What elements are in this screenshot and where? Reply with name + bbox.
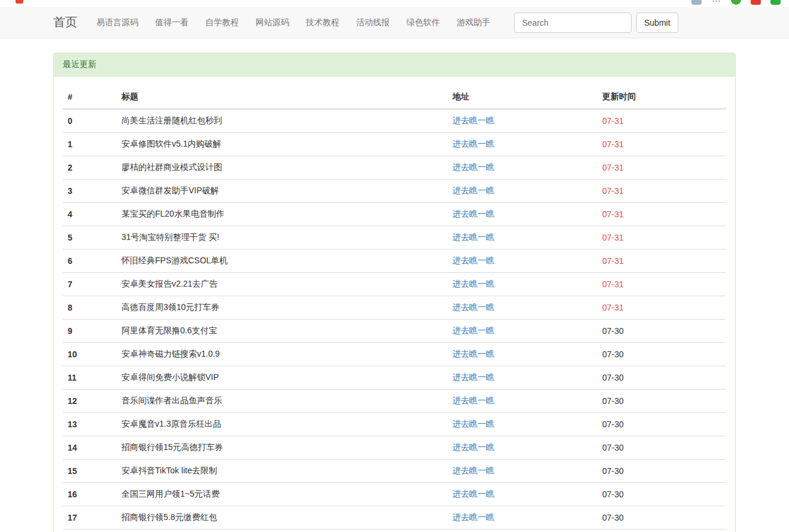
row-link-cell: 进去瞧一瞧 [448, 413, 597, 436]
row-link[interactable]: 进去瞧一瞧 [453, 209, 494, 218]
row-link[interactable]: 进去瞧一瞧 [453, 139, 494, 148]
row-index: 0 [63, 109, 117, 133]
submit-button[interactable]: Submit [636, 13, 678, 33]
table-row: 2 廖桔的社群商业模式设计图 进去瞧一瞧 07-31 [63, 156, 726, 180]
row-date: 07-31 [597, 296, 726, 320]
row-index: 14 [63, 436, 117, 460]
row-link-cell: 进去瞧一瞧 [448, 506, 597, 530]
row-link[interactable]: 进去瞧一瞧 [453, 302, 494, 312]
main-navbar: 首页 易语言源码值得一看自学教程网站源码技术教程活动线报绿色软件游戏助手 Sub… [0, 7, 789, 38]
row-link-cell: 进去瞧一瞧 [448, 226, 597, 250]
row-index: 7 [63, 273, 117, 296]
row-title: 招商银行领5.8元缴费红包 [117, 506, 448, 530]
row-link-cell: 进去瞧一瞧 [448, 343, 597, 366]
row-title: 安卓修图软件v5.1内购破解 [117, 133, 448, 156]
header-link: 地址 [448, 86, 597, 109]
table-row: 7 安卓美女报告v2.21去广告 进去瞧一瞧 07-31 [63, 273, 726, 296]
row-title: 阿里体育无限撸0.6支付宝 [117, 320, 448, 343]
row-title: 安卓得间免费小说解锁VIP [117, 366, 448, 390]
header-date: 更新时间 [597, 86, 726, 109]
row-link-cell: 进去瞧一瞧 [448, 109, 597, 133]
red-square-favicon [751, 0, 761, 5]
nav-item-0[interactable]: 易语言源码 [88, 17, 147, 28]
topbar-icons: … [691, 0, 781, 5]
row-index: 15 [63, 460, 117, 483]
row-link-cell: 进去瞧一瞧 [448, 203, 597, 226]
nav-item-5[interactable]: 活动线报 [348, 17, 398, 28]
row-title: 安卓美女报告v2.21去广告 [117, 273, 448, 296]
row-date: 07-31 [597, 180, 726, 203]
table-row: 5 31号淘宝特别整理干货 买! 进去瞧一瞧 07-31 [63, 226, 726, 250]
row-title: 招商银行领15元高德打车券 [117, 436, 448, 460]
row-link[interactable]: 进去瞧一瞧 [453, 349, 494, 358]
row-link[interactable]: 进去瞧一瞧 [453, 396, 494, 405]
row-index: 6 [63, 250, 117, 273]
row-link-cell: 进去瞧一瞧 [448, 273, 597, 296]
table-row: 8 高德百度周3领10元打车券 进去瞧一瞧 07-31 [63, 296, 726, 320]
table-row: 10 安卓神奇磁力链搜索v1.0.9 进去瞧一瞧 07-30 [63, 343, 726, 366]
recent-updates-panel: 最近更新 # 标题 地址 更新时间 0 尚美生活注册随机红包秒到 进去瞧一瞧 0… [53, 53, 736, 532]
row-link[interactable]: 进去瞧一瞧 [453, 115, 494, 125]
table-row: 18 批量修改MD5工具汉化版 进去瞧一瞧 07-30 [63, 530, 726, 532]
row-date: 07-30 [597, 390, 726, 413]
row-index: 12 [63, 390, 117, 413]
table-row: 1 安卓修图软件v5.1内购破解 进去瞧一瞧 07-31 [63, 133, 726, 156]
nav-brand-home[interactable]: 首页 [53, 14, 88, 31]
row-title: 批量修改MD5工具汉化版 [117, 530, 448, 532]
nav-item-7[interactable]: 游戏助手 [448, 17, 499, 28]
panel-title: 最近更新 [54, 53, 735, 77]
row-link[interactable]: 进去瞧一瞧 [453, 442, 494, 452]
table-row: 6 怀旧经典FPS游戏CSOL单机 进去瞧一瞧 07-31 [63, 250, 726, 273]
row-title: 31号淘宝特别整理干货 买! [117, 226, 448, 250]
row-link[interactable]: 进去瞧一瞧 [453, 512, 494, 522]
row-title: 廖桔的社群商业模式设计图 [117, 156, 448, 180]
row-title: 安卓魔音v1.3原音乐狂出品 [117, 413, 448, 436]
updates-table: # 标题 地址 更新时间 0 尚美生活注册随机红包秒到 进去瞧一瞧 07-31 … [63, 86, 726, 532]
row-link[interactable]: 进去瞧一瞧 [453, 419, 494, 428]
nav-item-1[interactable]: 值得一看 [147, 17, 197, 28]
row-link[interactable]: 进去瞧一瞧 [453, 232, 494, 242]
table-row: 13 安卓魔音v1.3原音乐狂出品 进去瞧一瞧 07-30 [63, 413, 726, 436]
row-link-cell: 进去瞧一瞧 [448, 483, 597, 506]
row-index: 8 [63, 296, 117, 320]
row-index: 16 [63, 483, 117, 506]
green-square-favicon [770, 0, 781, 5]
row-link-cell: 进去瞧一瞧 [448, 530, 597, 532]
table-header-row: # 标题 地址 更新时间 [63, 86, 726, 109]
row-link[interactable]: 进去瞧一瞧 [453, 186, 494, 195]
ellipsis-favicon: … [711, 0, 721, 5]
table-row: 16 全国三网用户领1~5元话费 进去瞧一瞧 07-30 [63, 483, 726, 506]
row-title: 安卓神奇磁力链搜索v1.0.9 [117, 343, 448, 366]
table-row: 14 招商银行领15元高德打车券 进去瞧一瞧 07-30 [63, 436, 726, 460]
row-link-cell: 进去瞧一瞧 [448, 390, 597, 413]
row-link-cell: 进去瞧一瞧 [448, 133, 597, 156]
search-input[interactable] [514, 13, 632, 33]
row-link[interactable]: 进去瞧一瞧 [453, 256, 494, 265]
table-row: 9 阿里体育无限撸0.6支付宝 进去瞧一瞧 07-30 [63, 320, 726, 343]
nav-item-4[interactable]: 技术教程 [298, 17, 348, 28]
red-favicon-fragment [16, 0, 23, 4]
table-row: 0 尚美生活注册随机红包秒到 进去瞧一瞧 07-31 [63, 109, 726, 133]
nav-item-6[interactable]: 绿色软件 [398, 17, 448, 28]
row-link[interactable]: 进去瞧一瞧 [453, 489, 494, 498]
row-link[interactable]: 进去瞧一瞧 [453, 372, 494, 382]
nav-item-3[interactable]: 网站源码 [247, 17, 298, 28]
nav-item-2[interactable]: 自学教程 [197, 17, 247, 28]
table-row: 17 招商银行领5.8元缴费红包 进去瞧一瞧 07-30 [63, 506, 726, 530]
row-link[interactable]: 进去瞧一瞧 [453, 162, 494, 172]
row-link[interactable]: 进去瞧一瞧 [453, 466, 494, 475]
row-title: 怀旧经典FPS游戏CSOL单机 [117, 250, 448, 273]
row-date: 07-31 [597, 133, 726, 156]
row-link[interactable]: 进去瞧一瞧 [453, 326, 494, 335]
row-index: 3 [63, 180, 117, 203]
row-index: 4 [63, 203, 117, 226]
table-row: 12 音乐间谍作者出品鱼声音乐 进去瞧一瞧 07-30 [63, 390, 726, 413]
browser-top-strip: … [0, 0, 789, 7]
row-link[interactable]: 进去瞧一瞧 [453, 279, 494, 288]
row-index: 11 [63, 366, 117, 390]
image-favicon [691, 0, 702, 5]
row-title: 安卓微信群发助手VIP破解 [117, 180, 448, 203]
row-index: 2 [63, 156, 117, 180]
row-title: 音乐间谍作者出品鱼声音乐 [117, 390, 448, 413]
row-date: 07-30 [597, 436, 726, 460]
